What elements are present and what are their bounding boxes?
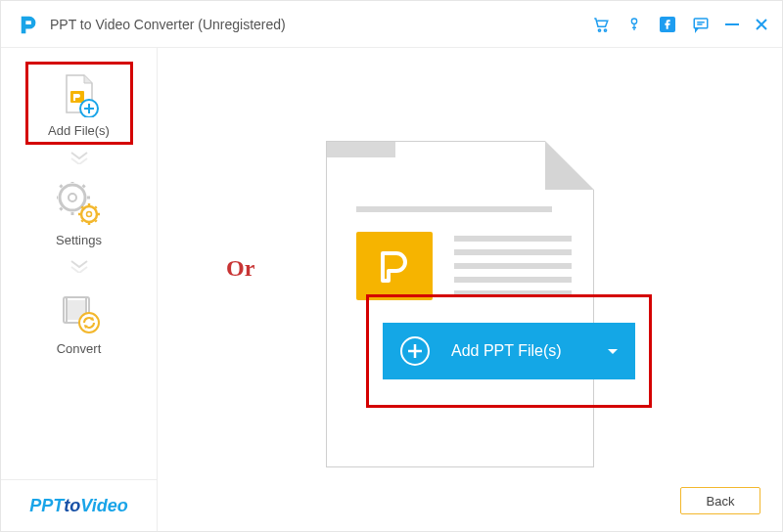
doc-line (454, 249, 572, 255)
step-convert[interactable]: Convert (25, 281, 133, 362)
facebook-icon[interactable] (659, 16, 676, 33)
dog-ear-icon (545, 141, 594, 190)
cart-icon[interactable] (592, 16, 610, 33)
step-settings-label: Settings (56, 233, 102, 247)
close-button[interactable] (755, 16, 768, 33)
minimize-button[interactable] (725, 16, 739, 33)
content-area: Or Add PPT File(s) (158, 48, 782, 532)
svg-rect-0 (25, 21, 30, 24)
back-button[interactable]: Back (680, 487, 760, 514)
chevron-down-icon (69, 151, 89, 168)
or-annotation: Or (226, 255, 254, 282)
sidebar: Add File(s) (1, 48, 158, 532)
add-file-icon (57, 72, 102, 117)
plus-circle-icon (400, 336, 430, 366)
step-settings[interactable]: Settings (25, 172, 133, 253)
add-ppt-button[interactable]: Add PPT File(s) (383, 323, 635, 379)
doc-line (454, 277, 572, 283)
titlebar: PPT to Video Converter (Unregistered) (1, 1, 782, 48)
svg-point-15 (79, 313, 99, 332)
convert-icon (57, 290, 102, 335)
feedback-icon[interactable] (692, 16, 710, 33)
settings-icon (57, 182, 102, 227)
svg-point-2 (604, 29, 606, 31)
doc-line (454, 263, 572, 269)
step-list: Add File(s) (1, 48, 157, 479)
chevron-down-icon (69, 259, 89, 277)
svg-point-12 (86, 212, 91, 217)
brand-footer: PPT to Video (1, 479, 157, 532)
step-add-files[interactable]: Add File(s) (25, 62, 133, 145)
brand-part1: PPT (29, 496, 64, 516)
main-area: Add File(s) (1, 48, 782, 532)
titlebar-actions (592, 1, 768, 48)
doc-line (454, 236, 572, 242)
step-add-files-label: Add File(s) (48, 123, 110, 138)
svg-point-3 (631, 19, 636, 23)
ppt-badge-icon (356, 232, 433, 300)
app-logo-icon (19, 14, 40, 35)
back-button-label: Back (707, 494, 735, 509)
svg-point-1 (598, 29, 600, 31)
brand-part2: to (64, 496, 80, 516)
svg-rect-6 (725, 23, 739, 25)
step-convert-label: Convert (57, 341, 102, 356)
svg-point-10 (69, 194, 76, 201)
brand-part3: Video (80, 496, 127, 516)
caret-down-icon[interactable] (608, 349, 618, 354)
key-icon[interactable] (625, 16, 643, 33)
doc-line (356, 206, 552, 212)
svg-rect-5 (694, 19, 708, 28)
add-ppt-highlight: Add PPT File(s) (366, 294, 652, 408)
doc-title-bar (327, 142, 395, 157)
add-ppt-button-label: Add PPT File(s) (451, 342, 562, 360)
app-title: PPT to Video Converter (Unregistered) (50, 17, 286, 32)
